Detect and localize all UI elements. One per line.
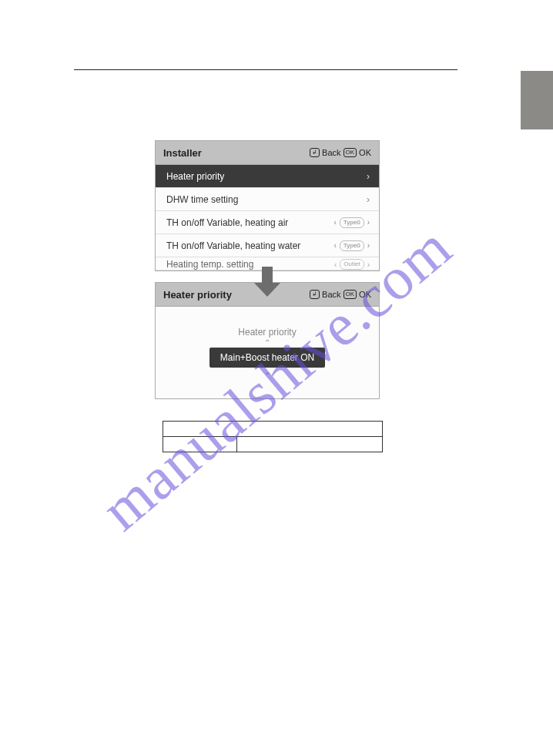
menu-value: Outlet [340,259,364,270]
chevron-left-icon[interactable]: ‹ [334,241,337,250]
menu-item-label: TH on/off Variable, heating water [166,240,300,251]
back-button[interactable]: ↲ Back [310,148,340,157]
chevron-right-icon: › [367,194,370,205]
intro-text-1: Set Heater priority in the settings scre… [75,101,459,114]
back-button[interactable]: ↲ Back [310,290,340,299]
back-icon: ↲ [310,290,320,299]
chevron-up-icon[interactable]: ⌃ [156,339,379,347]
chevron-right-icon: › [367,171,370,182]
chevron-right-icon[interactable]: › [367,260,370,269]
back-label: Back [322,290,340,299]
page-footer: English 37 [0,726,553,734]
menu-item-dhw-time[interactable]: DHW time setting › [156,188,379,211]
table-header: Heater priority [163,422,383,437]
table-cell: Default [163,437,237,452]
menu-item-label: Heater priority [166,171,224,182]
menu-item-label: Heating temp. setting [166,259,253,270]
installer-panel-header: Installer ↲ Back OK OK [156,141,379,165]
menu-item-label: DHW time setting [166,194,238,205]
intro-text-2: On the settings screen, select Installer… [75,117,459,130]
chevron-left-icon[interactable]: ‹ [334,218,337,227]
heater-priority-title: Heater priority [163,289,232,301]
menu-item-heater-priority[interactable]: Heater priority › [156,165,379,188]
ok-label: OK [359,290,371,299]
page-heading: Heater priority [75,83,459,96]
installer-title: Installer [163,147,202,159]
menu-item-th-air[interactable]: TH on/off Variable, heating air ‹ Type0 … [156,211,379,234]
ok-label: OK [359,148,371,157]
back-label: Back [322,148,340,157]
table-cell: Both heater OFF [237,437,383,452]
ok-button[interactable]: OK OK [344,290,371,299]
value-label: Heater priority [156,327,379,338]
installer-panel: Installer ↲ Back OK OK Heater priority ›… [155,140,380,271]
menu-item-label: TH on/off Variable, heating air [166,217,288,228]
menu-item-th-water[interactable]: TH on/off Variable, heating water ‹ Type… [156,234,379,257]
heater-priority-panel: Heater priority ↲ Back OK OK Heater prio… [155,282,380,399]
chevron-right-icon[interactable]: › [367,218,370,227]
ok-button[interactable]: OK OK [344,148,371,157]
header-rule [74,69,457,70]
ok-icon: OK [344,290,357,299]
back-icon: ↲ [310,148,320,157]
heater-priority-value[interactable]: Main+Boost heater ON [209,348,325,368]
settings-table: Heater priority Default Both heater OFF … [163,421,383,452]
menu-value: Type0 [340,240,364,251]
chevron-down-icon[interactable]: ⌄ [156,368,379,376]
chevron-left-icon[interactable]: ‹ [334,260,337,269]
page-edge-tab [521,71,553,129]
menu-value: Type0 [340,217,364,228]
chevron-right-icon[interactable]: › [367,241,370,250]
ok-icon: OK [344,148,357,157]
